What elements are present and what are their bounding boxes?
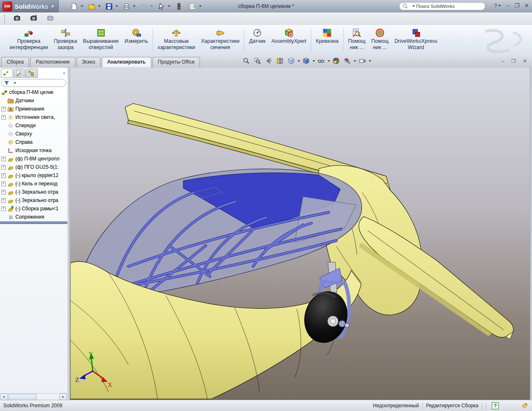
record-video-button[interactable]: [27, 13, 42, 25]
configurationmanager-tab[interactable]: [26, 69, 38, 78]
expand-toggle[interactable]: +: [1, 198, 6, 203]
dropdown-caret[interactable]: [133, 5, 135, 7]
tab-эскиз[interactable]: Эскиз: [76, 57, 101, 67]
tree-item[interactable]: +(ф) ПГО GU25-5(1:: [0, 163, 67, 171]
minimize-button[interactable]: –: [505, 2, 510, 9]
section-properties-button[interactable]: Характеристикисечения: [201, 27, 240, 51]
sensor-button[interactable]: Датчик: [249, 27, 266, 44]
new-document-button[interactable]: [69, 2, 84, 11]
record-video-disabled-button[interactable]: [44, 13, 58, 25]
dropdown-caret[interactable]: [354, 60, 356, 62]
menu-expand-arrow-icon[interactable]: [52, 5, 54, 8]
previous-view-button[interactable]: [264, 57, 275, 65]
expand-toggle[interactable]: +: [1, 165, 6, 170]
clearance-check-button[interactable]: Проверказазора: [54, 27, 77, 51]
tree-item[interactable]: Спереди: [0, 121, 67, 130]
tree-item[interactable]: +(-) Зеркально отра: [0, 196, 67, 204]
tab-расположение[interactable]: Расположение: [30, 57, 75, 67]
dropdown-caret[interactable]: [369, 60, 371, 62]
measure-button[interactable]: Измерить: [125, 27, 148, 44]
tree-item[interactable]: +(-) Сборка рамы<1: [0, 204, 67, 213]
tree-item[interactable]: +(-) Зеркально отра: [0, 188, 67, 196]
dropdown-caret[interactable]: [81, 5, 83, 7]
tree-item[interactable]: +(ф) П-6М центропл: [0, 155, 67, 163]
toolbar-grip[interactable]: [4, 15, 7, 23]
search-box[interactable]: Поиск SolidWorks: [399, 2, 485, 10]
restore-button[interactable]: ❐: [514, 2, 520, 9]
tree-item[interactable]: Исходная точка: [0, 146, 67, 155]
featuremanager-tab[interactable]: [1, 69, 13, 78]
print-button[interactable]: [122, 2, 137, 11]
tab-сборка[interactable]: Сборка: [1, 57, 29, 67]
zoom-fit-button[interactable]: [242, 57, 252, 65]
tab-продукты-office[interactable]: Продукты Office: [153, 57, 200, 67]
tag-icon[interactable]: [521, 402, 528, 409]
camera-button[interactable]: [358, 57, 372, 65]
dropdown-caret[interactable]: [168, 5, 170, 7]
select-button[interactable]: [157, 2, 172, 11]
dropdown-caret[interactable]: [199, 5, 202, 7]
quick-tips-button[interactable]: ?: [492, 402, 499, 409]
document-minimize-button[interactable]: –: [501, 58, 504, 64]
dropdown-caret[interactable]: [328, 60, 330, 62]
save-button[interactable]: [104, 2, 119, 11]
mass-properties-button[interactable]: Массовыехарактеристики: [158, 27, 195, 51]
expand-toggle[interactable]: +: [1, 107, 6, 111]
help-button[interactable]: ?: [494, 2, 501, 9]
scroll-right-button[interactable]: [59, 394, 67, 400]
dropdown-caret[interactable]: [98, 5, 101, 7]
graphics-viewport[interactable]: Y X Z: [70, 68, 530, 400]
rebuild-button[interactable]: [174, 2, 185, 11]
expand-toggle[interactable]: +: [1, 157, 6, 161]
search-dropdown-caret[interactable]: [412, 5, 415, 7]
panel-overflow-button[interactable]: »: [63, 70, 65, 75]
tree-item[interactable]: +(-) крыло (eppler12: [0, 171, 67, 180]
view-settings-button[interactable]: [343, 57, 357, 65]
tree-item[interactable]: +Примечания: [0, 105, 67, 113]
tree-horizontal-scrollbar[interactable]: [0, 393, 67, 400]
hide-show-items-button[interactable]: [317, 57, 331, 65]
propertymanager-tab[interactable]: [13, 69, 25, 78]
tree-item[interactable]: Справа: [0, 138, 67, 146]
view-orientation-button[interactable]: [287, 57, 301, 65]
expand-toggle[interactable]: +: [1, 115, 6, 120]
open-button[interactable]: [87, 2, 102, 11]
dropdown-caret[interactable]: [313, 60, 315, 62]
apply-scene-button[interactable]: [332, 57, 342, 65]
tree-item[interactable]: Сверху: [0, 130, 67, 138]
screen-capture-button[interactable]: [11, 13, 25, 25]
assemblyxpert-button[interactable]: AssemblyXpert: [271, 27, 306, 44]
document-restore-button[interactable]: ❐: [511, 58, 516, 64]
dropdown-caret[interactable]: [298, 60, 300, 62]
expand-toggle[interactable]: +: [1, 190, 6, 194]
interference-check-button[interactable]: Проверкаинтерференции: [10, 27, 48, 51]
expand-toggle[interactable]: +: [1, 173, 6, 178]
helper-1-button[interactable]: Помощник ...: [348, 27, 366, 51]
tree-item[interactable]: +Источники света,: [0, 113, 67, 121]
tab-анализировать[interactable]: Анализировать: [102, 57, 151, 67]
display-style-button[interactable]: [302, 57, 316, 65]
hole-alignment-button[interactable]: Выравниваниеотверстий: [83, 27, 119, 51]
tree-item[interactable]: Датчики: [0, 96, 67, 105]
tree-filter-box[interactable]: [1, 79, 66, 87]
document-close-button[interactable]: ✕: [523, 58, 527, 64]
dropdown-caret[interactable]: [116, 5, 118, 7]
undo-button[interactable]: [139, 2, 154, 11]
tree-item[interactable]: +(-) Киль и переход: [0, 180, 67, 188]
rollback-bar[interactable]: [0, 221, 67, 224]
scroll-left-button[interactable]: [0, 394, 7, 400]
expand-toggle[interactable]: +: [1, 207, 6, 211]
dropdown-caret[interactable]: [150, 5, 153, 7]
filter-dropdown-caret[interactable]: [14, 82, 16, 84]
scrollbar-thumb[interactable]: [8, 394, 37, 400]
tree-item[interactable]: Сопряжения: [0, 213, 67, 221]
expand-toggle[interactable]: +: [1, 182, 6, 186]
tree-item[interactable]: сборка П-6М целик: [0, 88, 67, 96]
zoom-area-button[interactable]: [253, 57, 264, 65]
options-button[interactable]: [188, 2, 203, 11]
driveworksxpress-wizard-button[interactable]: DriveWorksXpressWizard: [394, 27, 437, 51]
helper-2-button[interactable]: Помощник ...: [371, 27, 389, 51]
section-view-button[interactable]: [276, 57, 286, 65]
close-button[interactable]: ✕: [524, 2, 530, 9]
curvature-button[interactable]: Кривизна: [316, 27, 338, 44]
